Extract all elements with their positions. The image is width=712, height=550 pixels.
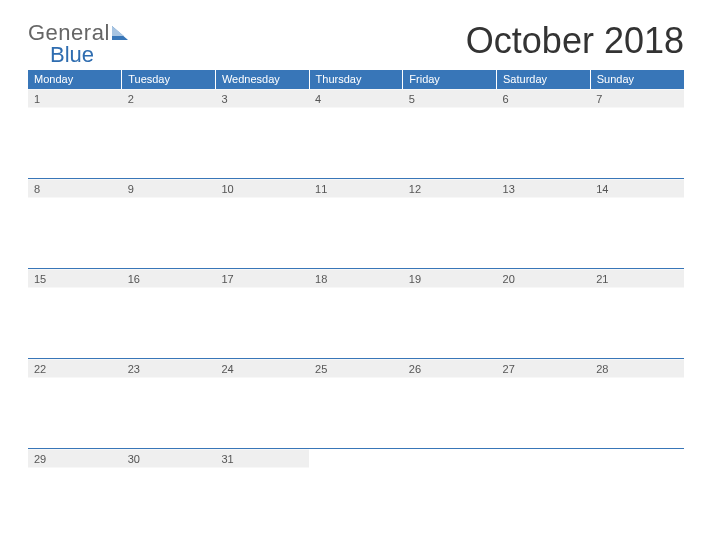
day-cell[interactable]: 15 bbox=[28, 269, 122, 359]
day-cell[interactable]: 22 bbox=[28, 359, 122, 449]
day-cell[interactable]: 27 bbox=[497, 359, 591, 449]
day-header: Thursday bbox=[309, 70, 403, 89]
day-header: Sunday bbox=[590, 70, 684, 89]
week-row: 8 9 10 11 12 13 14 bbox=[28, 179, 684, 269]
day-cell-empty bbox=[403, 449, 497, 539]
day-cell[interactable]: 7 bbox=[590, 89, 684, 179]
day-cell[interactable]: 3 bbox=[215, 89, 309, 179]
day-cell[interactable]: 30 bbox=[122, 449, 216, 539]
day-cell[interactable]: 13 bbox=[497, 179, 591, 269]
day-cell[interactable]: 1 bbox=[28, 89, 122, 179]
day-cell[interactable]: 28 bbox=[590, 359, 684, 449]
day-header: Wednesday bbox=[215, 70, 309, 89]
day-cell[interactable]: 20 bbox=[497, 269, 591, 359]
week-row: 1 2 3 4 5 6 7 bbox=[28, 89, 684, 179]
week-row: 15 16 17 18 19 20 21 bbox=[28, 269, 684, 359]
day-cell[interactable]: 17 bbox=[215, 269, 309, 359]
day-cell[interactable]: 14 bbox=[590, 179, 684, 269]
day-cell[interactable]: 6 bbox=[497, 89, 591, 179]
day-cell[interactable]: 29 bbox=[28, 449, 122, 539]
day-cell-empty bbox=[497, 449, 591, 539]
day-header: Monday bbox=[28, 70, 122, 89]
day-cell[interactable]: 5 bbox=[403, 89, 497, 179]
logo-text-blue: Blue bbox=[50, 42, 94, 68]
day-cell-empty bbox=[309, 449, 403, 539]
page-title: October 2018 bbox=[466, 20, 684, 62]
day-cell[interactable]: 2 bbox=[122, 89, 216, 179]
day-cell[interactable]: 25 bbox=[309, 359, 403, 449]
day-cell-empty bbox=[590, 449, 684, 539]
day-cell[interactable]: 21 bbox=[590, 269, 684, 359]
day-cell[interactable]: 18 bbox=[309, 269, 403, 359]
svg-marker-1 bbox=[112, 26, 124, 36]
day-header-row: Monday Tuesday Wednesday Thursday Friday… bbox=[28, 70, 684, 89]
day-cell[interactable]: 24 bbox=[215, 359, 309, 449]
header: General October 2018 bbox=[0, 0, 712, 70]
day-cell[interactable]: 19 bbox=[403, 269, 497, 359]
week-row: 29 30 31 bbox=[28, 449, 684, 539]
day-header: Tuesday bbox=[122, 70, 216, 89]
day-cell[interactable]: 31 bbox=[215, 449, 309, 539]
day-cell[interactable]: 11 bbox=[309, 179, 403, 269]
day-cell[interactable]: 26 bbox=[403, 359, 497, 449]
day-cell[interactable]: 9 bbox=[122, 179, 216, 269]
logo-triangle-icon bbox=[112, 20, 128, 46]
day-cell[interactable]: 16 bbox=[122, 269, 216, 359]
day-cell[interactable]: 23 bbox=[122, 359, 216, 449]
day-cell[interactable]: 8 bbox=[28, 179, 122, 269]
day-cell[interactable]: 4 bbox=[309, 89, 403, 179]
calendar-table: Monday Tuesday Wednesday Thursday Friday… bbox=[28, 70, 684, 539]
day-header: Saturday bbox=[497, 70, 591, 89]
day-cell[interactable]: 10 bbox=[215, 179, 309, 269]
day-header: Friday bbox=[403, 70, 497, 89]
day-cell[interactable]: 12 bbox=[403, 179, 497, 269]
week-row: 22 23 24 25 26 27 28 bbox=[28, 359, 684, 449]
